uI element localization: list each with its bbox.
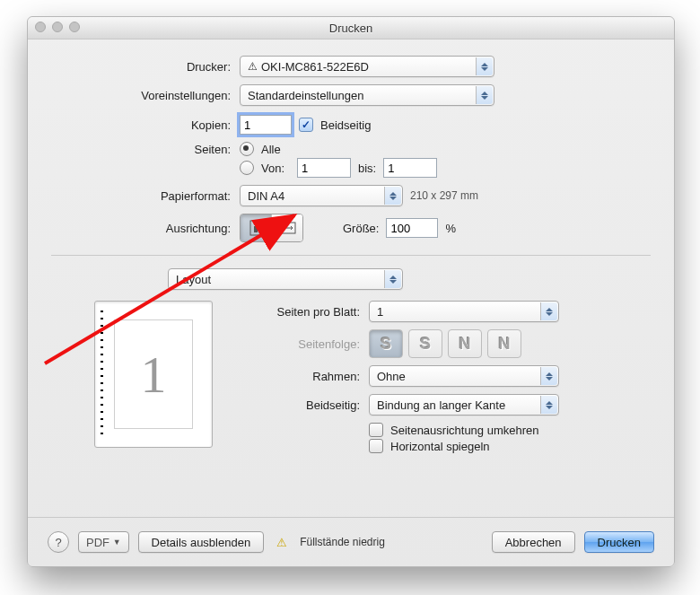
pages-to-label: bis: [358, 162, 376, 175]
paper-value: DIN A4 [248, 189, 284, 203]
help-button[interactable]: ? [48, 531, 69, 553]
layout-dir-2[interactable]: S [408, 329, 442, 358]
pages-from-label: Von: [261, 162, 290, 175]
print-button[interactable]: Drucken [584, 531, 654, 553]
two-sided-mode-select[interactable]: Bindung an langer Kante [369, 394, 559, 416]
section-value: Layout [176, 273, 211, 286]
preview-page-number: 1 [114, 319, 193, 429]
paper-dimensions: 210 x 297 mm [410, 189, 478, 202]
chevron-down-icon: ▼ [113, 538, 121, 547]
low-supplies-icon: ⚠ [276, 536, 287, 549]
titlebar: Drucken [28, 17, 674, 39]
paper-select[interactable]: DIN A4 [240, 185, 403, 206]
two-sided-mode-label: Beidseitig: [234, 398, 369, 412]
pdf-menu-button[interactable]: PDF ▼ [78, 531, 129, 553]
border-value: Ohne [377, 370, 406, 383]
page-to-input[interactable] [383, 158, 437, 178]
flip-horizontal-label: Horizontal spiegeln [390, 440, 490, 453]
cancel-button[interactable]: Abbrechen [492, 531, 575, 553]
low-supplies-text: Füllstände niedrig [300, 536, 385, 548]
window-controls[interactable] [35, 22, 80, 32]
border-select[interactable]: Ohne [369, 365, 559, 387]
print-dialog: Drucken Drucker: ⚠ OKI-MC861-522E6D Vore… [27, 16, 675, 567]
layout-dir-1[interactable]: S [369, 329, 403, 358]
pages-per-sheet-label: Seiten pro Blatt: [234, 305, 369, 319]
orientation-portrait-button[interactable] [241, 214, 271, 241]
button-bar: ? PDF ▼ Details ausblenden ⚠ Füllstände … [28, 517, 674, 566]
printer-select[interactable]: ⚠ OKI-MC861-522E6D [240, 56, 494, 77]
layout-direction-group: S S N N [369, 329, 521, 358]
page-from-input[interactable] [297, 158, 351, 178]
scale-percent: % [445, 222, 456, 235]
printer-label: Drucker: [51, 60, 240, 74]
pages-range-radio[interactable] [240, 161, 254, 175]
pages-all-label: Alle [261, 143, 281, 156]
presets-select[interactable]: Standardeinstellungen [240, 84, 494, 106]
binding-icon [101, 311, 103, 438]
reverse-orientation-checkbox[interactable] [369, 423, 383, 437]
presets-label: Voreinstellungen: [51, 89, 240, 102]
pages-per-sheet-value: 1 [377, 305, 383, 319]
two-sided-checkbox[interactable] [299, 118, 313, 132]
orientation-segment [240, 214, 303, 242]
copies-input[interactable] [240, 115, 292, 135]
reverse-orientation-label: Seitenausrichtung umkehren [390, 424, 539, 437]
border-label: Rahmen: [234, 370, 369, 383]
hide-details-button[interactable]: Details ausblenden [138, 531, 265, 553]
pages-label: Seiten: [51, 143, 240, 156]
scale-label: Größe: [343, 222, 379, 235]
layout-direction-label: Seitenfolge: [234, 337, 369, 351]
flip-horizontal-checkbox[interactable] [369, 439, 383, 453]
printer-value: OKI-MC861-522E6D [261, 60, 369, 74]
copies-label: Kopien: [51, 118, 240, 132]
layout-dir-4[interactable]: N [487, 329, 521, 358]
preview-pane: 1 [94, 301, 213, 448]
svg-rect-2 [254, 226, 258, 232]
section-select[interactable]: Layout [168, 268, 403, 290]
presets-value: Standardeinstellungen [248, 89, 363, 102]
two-sided-label: Beidseitig [320, 118, 371, 132]
svg-point-4 [283, 227, 285, 230]
two-sided-mode-value: Bindung an langer Kante [377, 398, 505, 412]
window-title: Drucken [329, 22, 372, 35]
warning-icon: ⚠ [248, 60, 258, 73]
pages-all-radio[interactable] [240, 142, 254, 156]
paper-label: Papierformat: [51, 189, 240, 203]
scale-input[interactable] [386, 218, 438, 238]
orientation-label: Ausrichtung: [51, 222, 240, 235]
svg-point-1 [255, 223, 258, 226]
layout-dir-3[interactable]: N [448, 329, 482, 358]
orientation-landscape-button[interactable] [271, 214, 302, 241]
pages-per-sheet-select[interactable]: 1 [369, 301, 559, 322]
